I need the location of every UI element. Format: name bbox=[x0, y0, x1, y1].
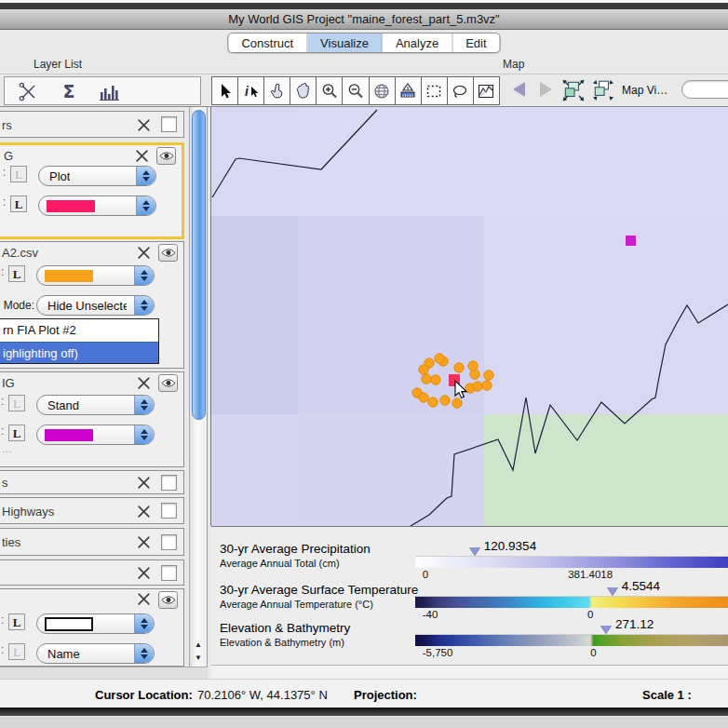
zoom-selection-button[interactable] bbox=[591, 78, 615, 102]
profile-tool[interactable] bbox=[474, 77, 499, 104]
layer-card[interactable]: : L : L Name bbox=[0, 588, 184, 667]
tab-visualize[interactable]: Visualize bbox=[307, 34, 383, 52]
legend-marker[interactable] bbox=[600, 626, 612, 634]
pan-hand-tool[interactable] bbox=[290, 77, 317, 104]
globe-tool[interactable] bbox=[370, 77, 396, 104]
magenta-point[interactable] bbox=[626, 236, 636, 246]
map-dot[interactable] bbox=[468, 361, 478, 371]
mode-dropdown[interactable]: Hide Unselected bbox=[36, 295, 155, 316]
show-layer-eye-button[interactable] bbox=[156, 147, 176, 165]
layer-visibility-checkbox[interactable] bbox=[161, 503, 177, 519]
map-dot[interactable] bbox=[473, 382, 482, 391]
map-dot[interactable] bbox=[454, 363, 464, 372]
stepper-icon[interactable] bbox=[134, 425, 154, 444]
zoom-out-tool[interactable] bbox=[343, 77, 369, 104]
scroll-up-arrow[interactable]: ▲ bbox=[190, 639, 207, 651]
layer-visibility-checkbox[interactable] bbox=[161, 116, 177, 132]
map-dot[interactable] bbox=[482, 381, 492, 390]
identify-tool[interactable]: i bbox=[238, 77, 264, 104]
remove-layer-button[interactable] bbox=[137, 376, 152, 391]
layer-card-selected[interactable]: G : L Plot : L bbox=[0, 142, 184, 239]
layer-card[interactable]: A2.csv : L Mode: Hide Unselected rn FIA bbox=[0, 241, 184, 369]
legend-l-button[interactable]: L bbox=[8, 425, 25, 441]
tab-construct[interactable]: Construct bbox=[228, 34, 307, 52]
remove-layer-button[interactable] bbox=[137, 118, 152, 133]
map-dot[interactable] bbox=[484, 371, 493, 380]
tab-analyze[interactable]: Analyze bbox=[383, 34, 452, 52]
layer-card[interactable]: ties bbox=[0, 528, 184, 556]
field-dropdown[interactable]: Stand bbox=[36, 395, 155, 415]
remove-layer-button[interactable] bbox=[137, 246, 152, 261]
map-dot[interactable] bbox=[431, 375, 440, 384]
tab-edit[interactable]: Edit bbox=[452, 34, 499, 52]
show-layer-eye-button[interactable] bbox=[158, 591, 178, 609]
histogram-tool[interactable] bbox=[98, 80, 122, 102]
stepper-icon[interactable] bbox=[136, 167, 155, 185]
select-rect-tool[interactable] bbox=[422, 77, 448, 104]
color-dropdown[interactable] bbox=[36, 265, 155, 286]
map-canvas[interactable] bbox=[210, 107, 728, 526]
color-dropdown[interactable] bbox=[38, 195, 156, 216]
remove-layer-button[interactable] bbox=[137, 566, 152, 581]
layer-visibility-checkbox[interactable] bbox=[161, 565, 177, 581]
map-dot[interactable] bbox=[452, 398, 462, 408]
legend-l-button[interactable]: L bbox=[10, 166, 27, 182]
scroll-down-arrow[interactable]: ▼ bbox=[190, 652, 207, 664]
remove-layer-button[interactable] bbox=[137, 476, 152, 491]
map-dot[interactable] bbox=[422, 374, 431, 384]
sigma-tool[interactable]: Σ bbox=[57, 80, 81, 102]
list-item-selected[interactable]: ighlighting off) bbox=[0, 342, 158, 364]
scissors-tool[interactable] bbox=[16, 80, 40, 102]
layer-list-hscroll[interactable] bbox=[0, 667, 208, 680]
stepper-icon[interactable] bbox=[134, 396, 154, 414]
layer-card[interactable]: IG : L Stand : L … bbox=[0, 371, 184, 467]
stepper-icon[interactable] bbox=[134, 266, 154, 285]
field-dropdown[interactable]: Plot bbox=[38, 166, 156, 186]
map-dot[interactable] bbox=[435, 354, 444, 363]
forward-button[interactable] bbox=[540, 82, 552, 97]
field-dropdown[interactable]: Name bbox=[36, 643, 155, 664]
map-view-field[interactable] bbox=[681, 80, 728, 99]
legend-marker[interactable] bbox=[469, 547, 480, 556]
zoom-extent-button[interactable] bbox=[561, 78, 586, 102]
map-dot[interactable] bbox=[419, 393, 428, 402]
lasso-tool[interactable] bbox=[448, 77, 474, 104]
remove-layer-button[interactable] bbox=[137, 505, 152, 519]
layer-card[interactable]: s bbox=[0, 470, 184, 494]
list-item[interactable]: rn FIA Plot #2 bbox=[0, 319, 158, 342]
remove-layer-button[interactable] bbox=[137, 592, 152, 607]
legend-l-button[interactable]: L bbox=[8, 613, 25, 630]
legend-l-button[interactable]: L bbox=[8, 265, 25, 282]
legend-l-button[interactable]: L bbox=[8, 643, 25, 660]
scrollbar-thumb[interactable] bbox=[192, 110, 206, 420]
layer-card[interactable] bbox=[0, 559, 184, 586]
measure-tool[interactable] bbox=[396, 77, 422, 104]
legend-l-button[interactable]: L bbox=[8, 395, 25, 411]
point-hand-tool[interactable] bbox=[264, 77, 290, 104]
color-dropdown[interactable] bbox=[36, 425, 155, 445]
layer-card[interactable]: Highways bbox=[0, 497, 184, 524]
stepper-icon[interactable] bbox=[134, 296, 154, 315]
legend-l-button[interactable]: L bbox=[10, 195, 27, 212]
stepper-icon[interactable] bbox=[136, 196, 155, 215]
layer-visibility-checkbox[interactable] bbox=[161, 534, 177, 550]
map-dot[interactable] bbox=[440, 396, 450, 405]
map-dot[interactable] bbox=[419, 365, 428, 374]
map-svg[interactable] bbox=[211, 107, 728, 526]
stepper-icon[interactable] bbox=[134, 644, 154, 663]
map-dot[interactable] bbox=[428, 398, 438, 407]
layer-list-scrollbar[interactable]: ▲ ▼ bbox=[189, 107, 208, 680]
stepper-icon[interactable] bbox=[134, 614, 154, 633]
select-arrow-tool[interactable] bbox=[212, 77, 238, 104]
remove-layer-button[interactable] bbox=[137, 535, 152, 550]
show-layer-eye-button[interactable] bbox=[158, 374, 178, 392]
layer-visibility-checkbox[interactable] bbox=[161, 475, 177, 491]
color-dropdown[interactable] bbox=[36, 613, 155, 634]
zoom-in-tool[interactable] bbox=[317, 77, 343, 104]
legend-marker[interactable] bbox=[607, 587, 618, 596]
title-bar[interactable]: My World GIS Project "maine_forest_part_… bbox=[0, 9, 728, 30]
remove-layer-button[interactable] bbox=[135, 149, 150, 164]
layer-card[interactable]: rs bbox=[0, 111, 184, 138]
show-layer-eye-button[interactable] bbox=[158, 244, 178, 262]
back-button[interactable] bbox=[513, 82, 525, 97]
